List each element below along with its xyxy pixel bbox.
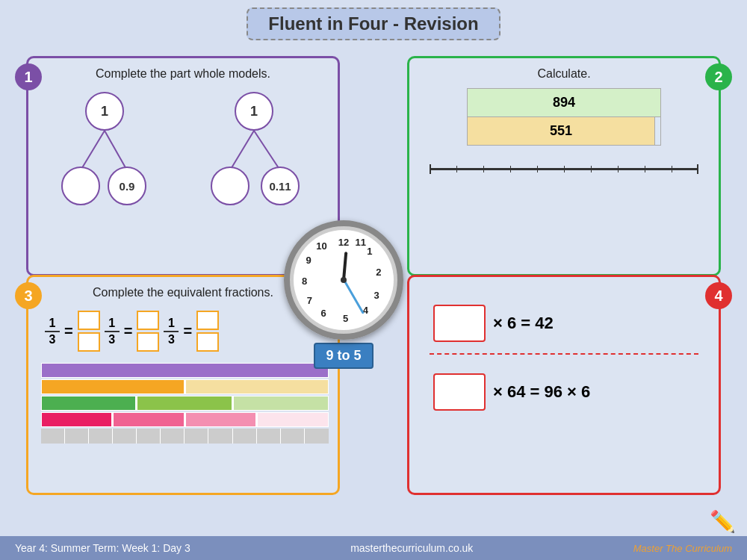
clock-center-dot (341, 277, 347, 283)
clock-face: 12 1 2 3 4 5 6 7 8 9 10 11 (284, 220, 403, 340)
calc-bottom-right[interactable] (654, 117, 660, 146)
clock-num-4: 4 (363, 305, 368, 316)
footer-brand: Master The Curriculum (633, 543, 732, 554)
clock-num-2: 2 (376, 267, 381, 278)
equation-1-input[interactable] (433, 305, 486, 342)
clock-widget: 12 1 2 3 4 5 6 7 8 9 10 11 9 to 5 (284, 220, 403, 369)
frac-input-3b[interactable] (196, 332, 219, 352)
footer-left-text: Year 4: Summer Term: Week 1: Day 3 (15, 542, 190, 554)
section-4-box: × 6 = 42 × 64 = 96 × 6 (407, 275, 721, 495)
equation-1-text: × 6 = 42 (493, 314, 554, 333)
equation-divider (430, 353, 698, 355)
clock-num-5: 5 (343, 312, 348, 323)
clock-inner: 12 1 2 3 4 5 6 7 8 9 10 11 (294, 230, 394, 330)
clock-num-7: 7 (307, 294, 312, 305)
equation-2-input[interactable] (433, 373, 486, 411)
tree2-top-node: 1 (235, 92, 273, 131)
equation-2-row: × 64 = 96 × 6 (433, 373, 695, 411)
section-1-instruction: Complete the part whole models. (37, 67, 329, 81)
clock-num-10: 10 (316, 240, 326, 252)
tree1-top-node: 1 (85, 92, 124, 131)
section-badge-2: 2 (705, 63, 732, 90)
page-title: Fluent in Four - Revision (247, 7, 500, 40)
frac-input-3a[interactable] (196, 311, 219, 330)
clock-num-9: 9 (306, 255, 311, 266)
tree2-left-node[interactable] (211, 167, 249, 205)
svg-line-2 (230, 131, 254, 170)
section-2-instruction: Calculate. (418, 67, 710, 81)
tree1-right-node: 0.9 (108, 167, 146, 205)
clock-label: 9 to 5 (314, 343, 373, 369)
section-2-box: Calculate. 894 551 (407, 56, 721, 276)
clock-num-8: 8 (302, 276, 307, 287)
calculation-table: 894 551 (467, 88, 661, 146)
svg-line-1 (105, 131, 127, 170)
frac-input-1a[interactable] (78, 311, 100, 330)
fraction-3: 1 3 (164, 317, 179, 346)
svg-line-0 (81, 131, 105, 170)
section-badge-4: 4 (705, 282, 732, 309)
clock-num-1: 1 (367, 246, 372, 257)
section-badge-3: 3 (15, 282, 42, 309)
frac-input-2a[interactable] (137, 311, 159, 330)
frac-input-2b[interactable] (137, 332, 159, 352)
section-badge-1: 1 (15, 63, 42, 90)
pencil-decoration: ✏️ (710, 509, 736, 534)
tree1-left-node[interactable] (61, 167, 100, 205)
clock-minute-hand (343, 279, 365, 314)
clock-num-3: 3 (374, 290, 379, 301)
equation-1-row: × 6 = 42 (433, 305, 695, 342)
clock-num-11: 11 (356, 237, 366, 248)
tree2-right-node: 0.11 (261, 167, 300, 205)
footer-center-text: masterthecurriculum.co.uk (350, 542, 473, 554)
clock-num-6: 6 (321, 308, 326, 319)
calc-top-value: 894 (468, 89, 661, 117)
part-whole-models: 1 0.9 1 0.11 (37, 92, 329, 211)
frac-input-1b[interactable] (78, 332, 100, 352)
clock-num-12: 12 (338, 237, 349, 248)
number-line (430, 168, 698, 183)
footer: Year 4: Summer Term: Week 1: Day 3 maste… (0, 536, 747, 560)
svg-line-3 (254, 131, 280, 170)
clock-hour-hand (342, 252, 347, 280)
fraction-2: 1 3 (105, 317, 120, 346)
fraction-bars-visual (41, 363, 329, 444)
equation-2-text: × 64 = 96 × 6 (493, 382, 590, 402)
calc-bottom-left: 551 (468, 117, 655, 146)
fraction-1: 1 3 (45, 317, 60, 346)
